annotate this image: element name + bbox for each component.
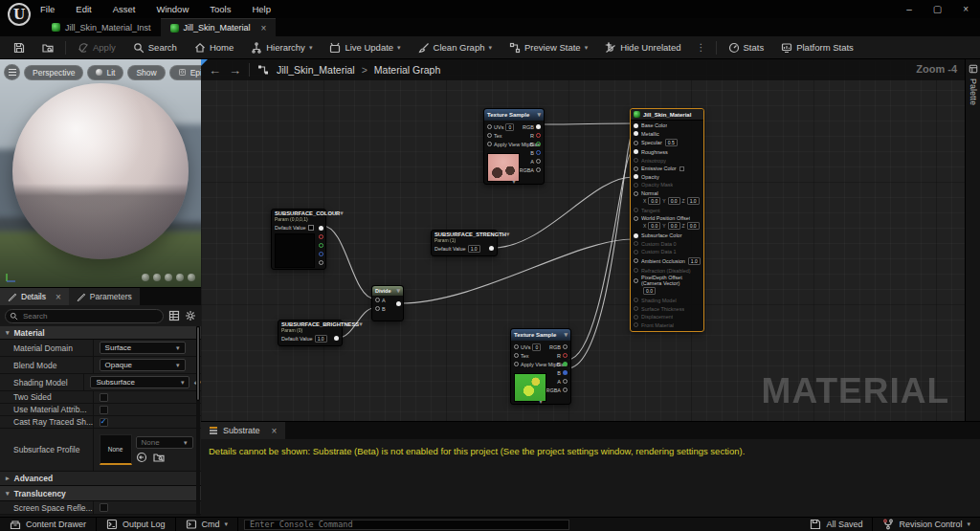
subsurface-colour-node[interactable]: SUBSURFACE_COLOUR▾Param (0,0,0,1) Defaul… — [271, 209, 326, 270]
subsurface-profile-dropdown[interactable]: None▾ — [136, 436, 193, 449]
cast-ray-traced-checkbox[interactable] — [100, 418, 108, 427]
output-pin-r[interactable] — [536, 133, 541, 138]
subsurface-brightness-node[interactable]: SUBSURFACE_BRIGHTNESS▾Param (0) Default … — [278, 320, 343, 346]
input-pin[interactable] — [487, 133, 492, 138]
output-pin-rgb[interactable] — [319, 226, 323, 231]
pin-roughness[interactable] — [634, 149, 638, 154]
save-button[interactable] — [8, 39, 31, 56]
pin-front-material[interactable] — [634, 322, 638, 327]
pin-world-position-offset[interactable] — [634, 216, 638, 221]
tab-jill-skin-material-inst[interactable]: Jill_Skin_Material_Inst — [42, 18, 161, 36]
console-command-input[interactable] — [244, 520, 569, 530]
pin-normal[interactable] — [634, 191, 638, 196]
home-button[interactable]: Home — [189, 39, 239, 56]
subsurface-profile-thumbnail[interactable]: None — [100, 434, 132, 465]
output-pin-a[interactable] — [536, 159, 541, 164]
back-button[interactable]: ← — [209, 63, 221, 77]
pin-opacity-mask[interactable] — [634, 183, 638, 188]
use-material-attributes-checkbox[interactable] — [100, 406, 108, 414]
color-swatch[interactable] — [679, 166, 684, 171]
cmd-button[interactable]: Cmd ▾ — [176, 518, 239, 531]
expand-icon[interactable]: ▾ — [539, 398, 542, 405]
output-pin[interactable] — [489, 246, 494, 251]
lit-mode-button[interactable]: Lit — [87, 65, 123, 80]
divide-node[interactable]: Divide▾ A B — [371, 285, 404, 321]
pin-specular[interactable] — [634, 141, 638, 145]
preview-mesh-button[interactable]: Epic Hea — [169, 65, 201, 80]
pin-subsurface-color[interactable] — [634, 233, 638, 238]
close-icon[interactable]: × — [272, 426, 278, 436]
tab-substrate[interactable]: Substrate × — [201, 422, 285, 439]
menu-help[interactable]: Help — [252, 4, 271, 14]
pin-refraction[interactable] — [634, 268, 638, 273]
texture-sample-node-bottom[interactable]: Texture Sample▾ UVs0 Tex Apply View MipB… — [510, 328, 571, 405]
output-pin-a[interactable] — [319, 260, 323, 265]
clean-graph-button[interactable]: Clean Graph▾ — [412, 39, 498, 56]
search-button[interactable]: Search — [127, 39, 183, 56]
menu-file[interactable]: File — [40, 4, 55, 14]
pin-pixel-depth-offset[interactable] — [634, 278, 638, 283]
pin-surface-thickness[interactable] — [634, 306, 638, 311]
collapse-icon[interactable]: ▾ — [359, 321, 363, 327]
forward-button[interactable]: → — [229, 63, 241, 77]
output-pin-b[interactable] — [319, 252, 323, 256]
shape-cylinder-button[interactable] — [142, 274, 149, 281]
view-options-icon[interactable] — [168, 310, 180, 321]
apply-button[interactable]: Apply — [72, 39, 122, 56]
pin-displacement[interactable] — [634, 315, 638, 320]
content-drawer-button[interactable]: Content Drawer — [0, 518, 97, 531]
unreal-logo[interactable]: U — [8, 3, 31, 26]
material-preview-sphere[interactable] — [12, 83, 189, 259]
output-pin-r[interactable] — [563, 353, 568, 358]
pin-custom-data-0[interactable] — [634, 241, 638, 246]
input-pin-a[interactable] — [375, 298, 380, 302]
close-icon[interactable]: × — [56, 292, 61, 302]
tab-details[interactable]: Details × — [0, 288, 69, 305]
preview-viewport[interactable]: Perspective Lit Show Epic Hea — [0, 59, 201, 287]
output-pin-r[interactable] — [319, 234, 323, 239]
shape-plane-button[interactable] — [165, 274, 172, 281]
output-pin[interactable] — [334, 336, 339, 341]
menu-window[interactable]: Window — [156, 4, 189, 14]
input-pin-b[interactable] — [375, 306, 380, 311]
hierarchy-button[interactable]: Hierarchy▾ — [245, 39, 318, 56]
expand-icon[interactable]: ▾ — [512, 178, 515, 185]
shape-mesh-button[interactable] — [188, 274, 195, 281]
collapse-icon[interactable]: ▾ — [537, 111, 541, 119]
viewport-menu-button[interactable] — [4, 64, 20, 80]
preview-state-button[interactable]: Preview State▾ — [503, 39, 593, 56]
details-scrollbar[interactable] — [196, 326, 200, 516]
output-pin-a[interactable] — [563, 379, 568, 384]
output-pin-g[interactable] — [319, 243, 323, 248]
section-translucency[interactable]: ▾Translucency — [0, 486, 201, 501]
pin-base-color[interactable] — [634, 123, 638, 128]
menu-edit[interactable]: Edit — [76, 4, 91, 14]
color-swatch[interactable] — [308, 225, 314, 231]
output-pin-rgba[interactable] — [563, 387, 568, 392]
output-pin-rgba[interactable] — [536, 167, 541, 172]
tab-jill-skin-material[interactable]: Jill_Skin_Material × — [161, 18, 277, 36]
pin-tangent[interactable] — [634, 208, 638, 212]
palette-tab[interactable]: Palette — [965, 59, 980, 421]
tab-close-icon[interactable]: × — [261, 23, 267, 33]
stats-button[interactable]: Stats — [723, 39, 770, 56]
show-button[interactable]: Show — [127, 65, 165, 80]
browse-to-asset-icon[interactable] — [153, 452, 165, 463]
material-result-node[interactable]: Jill_Skin_Material Base Color Metallic S… — [630, 108, 704, 332]
live-update-button[interactable]: Live Update▾ — [323, 39, 406, 56]
output-pin-rgb[interactable] — [536, 124, 541, 129]
input-pin[interactable] — [514, 353, 519, 358]
input-pin[interactable] — [514, 344, 519, 349]
maximize-button[interactable]: ▢ — [933, 4, 942, 14]
collapse-icon[interactable]: ▾ — [506, 232, 510, 237]
platform-stats-button[interactable]: Platform Stats — [775, 39, 859, 56]
output-log-button[interactable]: Output Log — [97, 518, 176, 531]
shape-sphere-button[interactable] — [153, 274, 161, 281]
output-pin-g[interactable] — [536, 142, 541, 146]
breadcrumb-asset[interactable]: Jill_Skin_Material — [277, 64, 355, 76]
close-button[interactable]: × — [963, 4, 969, 14]
browse-asset-button[interactable] — [36, 39, 59, 56]
tab-parameters[interactable]: Parameters — [69, 288, 140, 305]
pin-metallic[interactable] — [634, 131, 638, 136]
breadcrumb-subgraph[interactable]: Material Graph — [374, 64, 440, 76]
